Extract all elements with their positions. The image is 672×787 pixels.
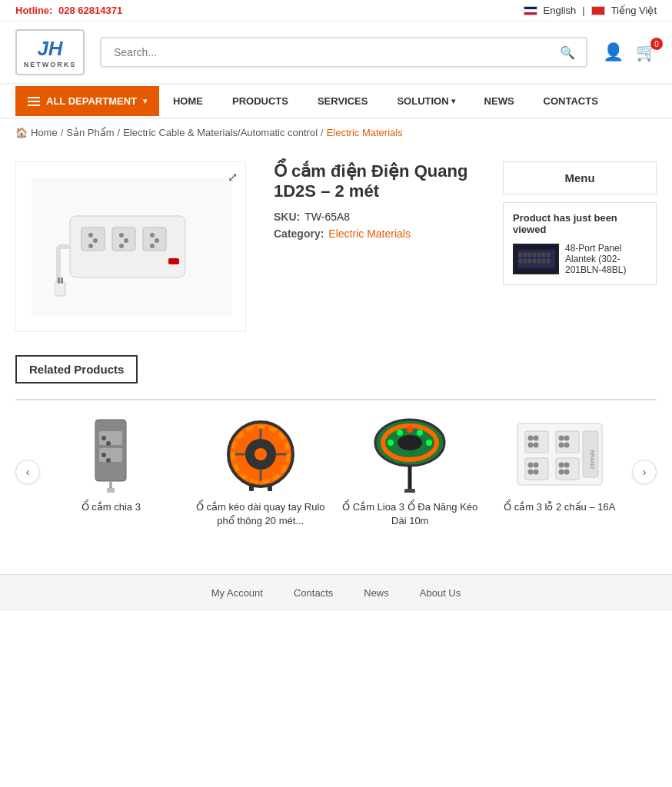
recently-viewed-section: Product has just been viewed [503, 202, 657, 285]
breadcrumb-home[interactable]: Home [31, 127, 58, 138]
svg-point-11 [155, 238, 159, 243]
svg-point-72 [558, 436, 564, 441]
svg-point-57 [398, 435, 422, 450]
nav-home[interactable]: HOME [159, 85, 217, 118]
svg-rect-29 [524, 259, 527, 263]
svg-point-58 [388, 440, 394, 446]
home-icon: 🏠 [15, 127, 28, 138]
svg-point-5 [93, 238, 98, 243]
nav-contacts[interactable]: CONTACTS [530, 85, 612, 118]
related-product-2-image [215, 416, 307, 493]
related-product-3[interactable]: Ổ Cắm Lioa 3 Ổ Đa Năng Kéo Dài 10m [339, 416, 481, 528]
logo[interactable]: JH NETWORKS [15, 29, 85, 75]
en-flag-icon [524, 6, 537, 15]
cart-count: 0 [650, 38, 663, 50]
svg-rect-34 [547, 259, 550, 263]
svg-point-46 [254, 448, 267, 460]
search-button[interactable]: 🔍 [549, 37, 587, 68]
svg-point-83 [564, 463, 569, 468]
nav-services[interactable]: SERVICES [304, 85, 382, 118]
svg-point-62 [426, 440, 432, 446]
product-section: ⤢ [0, 146, 672, 340]
product-image-area: ⤢ [15, 161, 246, 332]
svg-point-12 [150, 244, 155, 248]
product-left-col: ⤢ [15, 161, 487, 332]
recently-viewed-item[interactable]: 48-Port Panel Alantek (302-201BLN-48BL) [513, 243, 647, 275]
related-product-4[interactable]: BRAND Ổ cắm 3 lỗ 2 chấu – 16A [489, 416, 631, 528]
svg-point-41 [106, 458, 111, 463]
lang-english-link[interactable]: English [544, 5, 577, 16]
svg-point-74 [558, 443, 564, 448]
footer-contacts[interactable]: Contacts [294, 587, 333, 599]
lang-viet-link[interactable]: Tiếng Việt [611, 5, 657, 16]
related-product-4-image: BRAND [514, 416, 606, 493]
dept-label: ALL DEPARTMENT [46, 95, 137, 107]
related-product-4-name: Ổ cắm 3 lỗ 2 chấu – 16A [504, 500, 615, 514]
svg-text:BRAND: BRAND [590, 450, 595, 470]
svg-point-59 [397, 430, 403, 436]
breadcrumb-category[interactable]: Electric Cable & Materials/Automatic con… [123, 127, 318, 138]
sku-row: SKU: TW-65A8 [274, 211, 487, 223]
svg-point-68 [533, 436, 538, 441]
category-value[interactable]: Electric Materials [328, 227, 411, 240]
header-icons: 👤 🛒 0 [603, 42, 657, 62]
sidebar-menu-header: Menu [503, 161, 657, 194]
recently-viewed-thumbnail [513, 244, 559, 274]
hotline-label: Hotline: [15, 5, 52, 16]
svg-point-10 [150, 233, 155, 237]
svg-point-40 [101, 453, 106, 457]
carousel-prev-button[interactable]: ‹ [15, 460, 40, 484]
svg-rect-13 [168, 258, 179, 264]
category-row: Category: Electric Materials [274, 227, 487, 240]
cart-icon[interactable]: 🛒 0 [636, 42, 657, 62]
related-product-2[interactable]: Ổ cắm kéo dài quay tay Rulo phổ thông 20… [190, 416, 332, 528]
svg-point-69 [527, 443, 533, 448]
nav-solution[interactable]: SOLUTION ▾ [383, 85, 468, 118]
breadcrumb-san-pham[interactable]: Sản Phẩm [66, 127, 114, 138]
nav-bar: ALL DEPARTMENT ▾ HOME PRODUCTS SERVICES … [0, 85, 672, 119]
svg-rect-27 [547, 253, 550, 257]
svg-rect-31 [533, 259, 536, 263]
footer-about-us[interactable]: About Us [420, 587, 461, 599]
svg-rect-23 [528, 253, 531, 257]
svg-rect-30 [528, 259, 531, 263]
svg-point-79 [527, 470, 533, 475]
related-products-title: Related Products [15, 355, 138, 384]
svg-point-61 [417, 430, 423, 436]
svg-rect-3 [143, 227, 166, 251]
nav-products[interactable]: PRODUCTS [218, 85, 302, 118]
svg-rect-71 [556, 431, 579, 453]
svg-point-8 [124, 238, 128, 243]
all-department-button[interactable]: ALL DEPARTMENT ▾ [15, 86, 159, 116]
logo-letters: JH [37, 37, 62, 61]
top-bar: Hotline: 028 62814371 English | Tiếng Vi… [0, 0, 672, 22]
svg-rect-76 [525, 458, 548, 480]
svg-point-7 [119, 233, 124, 237]
related-product-1[interactable]: Ổ cắm chia 3 [40, 416, 182, 528]
search-input[interactable] [100, 37, 549, 68]
svg-rect-21 [519, 253, 522, 257]
product-svg [55, 193, 208, 301]
svg-rect-52 [249, 483, 254, 491]
svg-rect-18 [61, 277, 63, 284]
site-footer: My Account Contacts News About Us [0, 574, 672, 611]
svg-point-4 [88, 233, 93, 237]
product-meta: SKU: TW-65A8 Category: Electric Material… [274, 211, 487, 240]
svg-rect-66 [525, 431, 548, 453]
svg-rect-43 [107, 488, 115, 493]
svg-point-80 [533, 470, 538, 475]
nav-links: HOME PRODUCTS SERVICES SOLUTION ▾ NEWS C… [159, 85, 612, 118]
product-title: Ổ cắm điện Điện Quang 1D2S – 2 mét [274, 161, 487, 201]
svg-point-9 [119, 244, 124, 248]
svg-rect-32 [537, 259, 541, 263]
carousel-next-button[interactable]: › [632, 460, 657, 484]
footer-my-account[interactable]: My Account [211, 587, 263, 599]
account-icon[interactable]: 👤 [603, 42, 624, 62]
footer-news[interactable]: News [364, 587, 389, 599]
related-product-3-name: Ổ Cắm Lioa 3 Ổ Đa Năng Kéo Dài 10m [339, 500, 481, 528]
nav-news[interactable]: NEWS [471, 85, 528, 118]
svg-point-85 [564, 470, 569, 475]
svg-rect-24 [533, 253, 536, 257]
lang-separator: | [582, 5, 584, 16]
expand-icon[interactable]: ⤢ [228, 170, 238, 184]
